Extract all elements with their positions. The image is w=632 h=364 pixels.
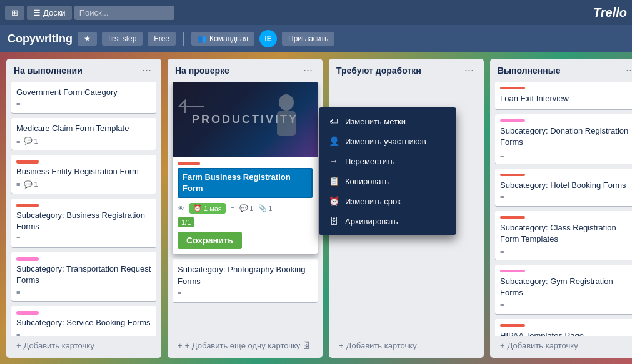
- invite-button[interactable]: Пригласить: [282, 32, 334, 46]
- team-button[interactable]: 👥 Командная: [191, 32, 254, 46]
- add-card-needs-work-button[interactable]: + Добавить карточку: [334, 338, 479, 353]
- column-done-cards: Loan Exit Interview Subcategory: Donatio…: [490, 82, 632, 336]
- card-meta: ≡: [16, 288, 151, 296]
- card-hotel-booking[interactable]: Subcategory: Hotel Booking Forms ≡: [495, 169, 632, 206]
- column-todo-menu-button[interactable]: ···: [139, 64, 154, 77]
- card-business-entity[interactable]: Business Entity Registration Form ≡ 💬 1: [11, 155, 156, 193]
- desc-icon: ≡: [16, 288, 20, 296]
- svg-rect-1: [277, 111, 296, 136]
- context-menu-label: Архивировать: [345, 217, 398, 226]
- card-subcategory-transport[interactable]: Subcategory: Transportation Request Form…: [11, 252, 156, 301]
- color-label-red: [500, 87, 525, 89]
- card-meta: ≡: [178, 290, 313, 297]
- tag-button[interactable]: first step: [102, 32, 143, 46]
- context-menu-item-edit-labels[interactable]: 🏷 Изменить метки: [319, 111, 456, 131]
- desc-icon: ≡: [16, 137, 20, 145]
- card-photography-booking[interactable]: Subcategory: Photography Booking Forms ≡: [173, 259, 318, 302]
- card-medicare-claim[interactable]: Medicare Claim Form Template ≡ 💬 1: [11, 118, 156, 150]
- card-donation-reg[interactable]: Subcategory: Donation Registration Forms…: [495, 114, 632, 163]
- color-label-red: [178, 162, 200, 165]
- card-image-inner: PRODUCTIVITY: [173, 82, 318, 157]
- column-needs-work-menu-button[interactable]: ···: [462, 64, 476, 77]
- card-editing-title-input[interactable]: Farm Business Registration Form: [178, 168, 313, 198]
- column-done: Выполненные ··· Loan Exit Interview Subc…: [490, 59, 632, 358]
- team-icon: 👥: [198, 34, 207, 43]
- desc-icon: ≡: [16, 180, 20, 188]
- plus-icon: +: [16, 341, 21, 350]
- invite-label: Пригласить: [288, 34, 328, 43]
- context-menu-item-copy[interactable]: 📋 Копировать: [319, 171, 456, 191]
- tag-label: first step: [108, 34, 136, 43]
- color-label-red: [16, 204, 39, 207]
- team-label: Командная: [209, 34, 248, 43]
- boards-button[interactable]: ☰ Доски: [27, 6, 72, 20]
- desc-icon: ≡: [16, 235, 20, 242]
- card-subcategory-service[interactable]: Subcategory: Service Booking Forms ≡: [11, 306, 156, 336]
- card-subcategory-business[interactable]: Subcategory: Business Registration Forms…: [11, 199, 156, 247]
- card-editing-meta: 👁 ⏰ 1 мая ≡ 💬 1 📎 1: [178, 203, 313, 214]
- search-input[interactable]: [74, 6, 174, 20]
- star-button[interactable]: ★: [78, 32, 97, 46]
- card-title: Medicare Claim Form Template: [16, 123, 151, 134]
- card-title: Subcategory: Service Booking Forms: [16, 317, 151, 328]
- clock-icon: ⏰: [193, 204, 202, 212]
- card-hipaa[interactable]: HIPAA Templates Page: [495, 319, 632, 337]
- card-class-reg[interactable]: Subcategory: Class Registration Form Tem…: [495, 211, 632, 260]
- attach-count: 📎 1: [258, 204, 272, 212]
- color-label-pink: [500, 270, 525, 272]
- context-menu-label: Копировать: [345, 177, 389, 186]
- checklist-badge: 1/1: [178, 217, 194, 227]
- move-icon: →: [329, 156, 339, 166]
- column-done-menu-button[interactable]: ···: [623, 64, 632, 77]
- comment-count: 💬 1: [24, 137, 38, 145]
- card-meta: ≡: [16, 101, 151, 108]
- comment-icon: 💬: [24, 180, 33, 189]
- plus-icon: +: [500, 341, 505, 350]
- card-title: Subcategory: Business Registration Forms: [16, 210, 151, 232]
- card-title: Business Entity Registration Form: [16, 166, 151, 177]
- column-done-footer: + Добавить карточку: [490, 336, 632, 358]
- column-review: На проверке ··· PRODUCTIVITY: [168, 59, 323, 358]
- context-menu-label: Переместить: [345, 157, 395, 166]
- card-title: Subcategory: Photography Booking Forms: [178, 264, 313, 287]
- column-review-title: На проверке: [175, 66, 229, 76]
- card-government-form[interactable]: Government Form Category ≡: [11, 82, 156, 113]
- card-farm-business-editing[interactable]: PRODUCTIVITY Farm Busines: [173, 82, 318, 254]
- home-button[interactable]: ⊞: [5, 6, 24, 20]
- column-needs-work-footer: + Добавить карточку: [329, 336, 484, 358]
- context-menu-item-edit-due[interactable]: ⏰ Изменить срок: [319, 191, 456, 211]
- add-card-label: Добавить карточку: [508, 341, 578, 350]
- column-todo: На выполнении ··· Government Form Catego…: [6, 59, 161, 358]
- card-gym-reg[interactable]: Subcategory: Gym Registration Forms ≡: [495, 265, 632, 313]
- context-menu-item-archive[interactable]: 🗄 Архивировать: [319, 211, 456, 231]
- column-review-cards: PRODUCTIVITY Farm Busines: [168, 82, 323, 336]
- archive-icon: 🗄: [329, 216, 339, 226]
- comment-icon: 💬: [24, 137, 33, 145]
- attach-icon: 📎: [258, 204, 267, 212]
- card-image: PRODUCTIVITY: [173, 82, 318, 157]
- column-done-header: Выполненные ···: [490, 59, 632, 82]
- card-title: Subcategory: Gym Registration Forms: [500, 276, 632, 298]
- card-loan-exit[interactable]: Loan Exit Interview: [495, 82, 632, 109]
- label-icon: 🏷: [329, 116, 339, 126]
- color-label-red: [500, 174, 525, 176]
- boards-label: Доски: [43, 8, 66, 17]
- card-title: Subcategory: Class Registration Form Tem…: [500, 222, 632, 245]
- free-button[interactable]: Free: [148, 32, 176, 46]
- add-card-review-button[interactable]: + + Добавить еще одну карточку 🗄: [173, 338, 318, 353]
- context-menu-item-edit-members[interactable]: 👤 Изменить участников: [319, 131, 456, 151]
- save-button[interactable]: Сохранить: [178, 232, 242, 249]
- card-meta: ≡: [500, 194, 632, 201]
- column-todo-cards: Government Form Category ≡ Medicare Clai…: [6, 82, 161, 336]
- card-title: Government Form Category: [16, 87, 151, 98]
- column-todo-header: На выполнении ···: [6, 59, 161, 82]
- add-card-label: + Добавить еще одну карточку: [185, 341, 301, 350]
- card-title: Subcategory: Transportation Request Form…: [16, 263, 151, 286]
- comment-count: 💬 1: [239, 204, 253, 212]
- column-review-menu-button[interactable]: ···: [301, 64, 315, 77]
- avatar[interactable]: IE: [259, 30, 277, 47]
- add-card-todo-button[interactable]: + Добавить карточку: [11, 338, 156, 353]
- add-card-done-button[interactable]: + Добавить карточку: [495, 338, 632, 353]
- desc-icon: ≡: [500, 194, 504, 201]
- context-menu-item-move[interactable]: → Переместить: [319, 151, 456, 171]
